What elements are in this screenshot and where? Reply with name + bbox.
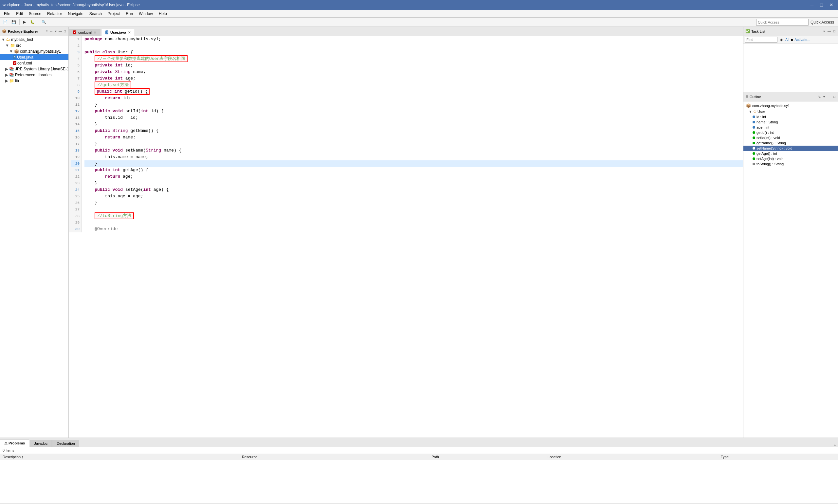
outline-item-setage[interactable]: setAge(int) : void — [743, 156, 838, 161]
code-line-24[interactable]: public void setAge(int age) { — [85, 186, 743, 193]
code-line-8[interactable]: //get,set方法 — [85, 82, 743, 88]
run-button[interactable]: ▶ — [21, 19, 28, 26]
code-line-23[interactable]: } — [85, 180, 743, 186]
code-line-15[interactable]: public String getName() { — [85, 128, 743, 134]
task-list-minimize-button[interactable]: — — [827, 29, 832, 33]
search-button[interactable]: 🔍 — [40, 19, 48, 26]
code-line-9[interactable]: public int getId() { — [85, 88, 743, 95]
tab-user-java[interactable]: J User.java ✕ — [101, 29, 135, 36]
menu-refactor[interactable]: Refactor — [44, 11, 65, 17]
link-editor-button[interactable]: ↔ — [49, 29, 54, 33]
tree-item-mybatis-test[interactable]: ▼ 🗂 mybatis_test — [0, 37, 68, 42]
code-line-30[interactable]: @Override — [85, 226, 743, 232]
code-line-19[interactable]: this.name = name; — [85, 154, 743, 160]
tab-conf-xml[interactable]: X conf.xml ✕ — [69, 29, 101, 36]
outline-maximize-button[interactable]: □ — [833, 94, 836, 99]
col-location[interactable]: Location — [545, 454, 718, 460]
quick-access-input[interactable] — [756, 19, 808, 25]
outline-item-getname[interactable]: getName() : String — [743, 140, 838, 146]
code-line-7[interactable]: private int age; — [85, 75, 743, 82]
tree-item-ref-libraries[interactable]: ▶ 📚 Referenced Libraries — [0, 72, 68, 78]
outline-item-name[interactable]: name : String — [743, 120, 838, 125]
outline-menu-button[interactable]: ▾ — [823, 94, 825, 99]
code-lines[interactable]: package com.zhang.mybatis.sy1; public cl… — [82, 36, 743, 232]
col-description[interactable]: Description ↕ — [0, 454, 239, 460]
col-type[interactable]: Type — [718, 454, 838, 460]
tab-close-icon[interactable]: ✕ — [94, 31, 96, 34]
tab-problems[interactable]: ⚠ Problems — [0, 439, 29, 447]
code-line-4[interactable]: //三个变量要和数据库建的User表字段名相同 — [85, 56, 743, 62]
task-list-maximize-button[interactable]: □ — [833, 29, 836, 33]
maximize-panel-button[interactable]: □ — [63, 29, 67, 33]
maximize-button[interactable]: □ — [818, 2, 825, 8]
code-line-12[interactable]: public void setId(int id) { — [85, 108, 743, 114]
tree-item-src[interactable]: ▼ 📁 src — [0, 42, 68, 49]
code-line-14[interactable]: } — [85, 121, 743, 128]
task-find-input[interactable] — [745, 37, 778, 42]
menu-run[interactable]: Run — [123, 11, 136, 17]
view-menu-button[interactable]: ▾ — [54, 29, 57, 33]
debug-button[interactable]: 🐛 — [29, 19, 36, 26]
tree-item-package[interactable]: ▼ 📦 com.zhang.mybatis.sy1 — [0, 49, 68, 54]
menu-window[interactable]: Window — [136, 11, 156, 17]
tab-declaration[interactable]: Declaration — [52, 440, 79, 447]
outline-item-id[interactable]: id : int — [743, 114, 838, 120]
problems-minimize-button[interactable]: — — [828, 443, 833, 447]
new-button[interactable]: 📄 — [1, 19, 9, 26]
menu-help[interactable]: Help — [156, 11, 170, 17]
task-activate-label[interactable]: Activate... — [795, 38, 810, 41]
code-line-16[interactable]: return name; — [85, 134, 743, 141]
outline-item-getid[interactable]: getId() : int — [743, 130, 838, 135]
task-all-label[interactable]: All — [785, 38, 789, 41]
code-line-20[interactable]: } — [85, 160, 743, 167]
code-line-26[interactable]: } — [85, 200, 743, 206]
tab-close-icon[interactable]: ✕ — [128, 31, 131, 34]
code-line-18[interactable]: public void setName(String name) { — [85, 147, 743, 154]
tree-item-conf-xml[interactable]: X conf.xml — [0, 60, 68, 66]
task-list-menu-button[interactable]: ▾ — [823, 29, 825, 33]
outline-minimize-button[interactable]: — — [827, 94, 832, 99]
problems-maximize-button[interactable]: □ — [834, 443, 837, 447]
minimize-button[interactable]: ─ — [808, 2, 816, 8]
code-line-13[interactable]: this.id = id; — [85, 114, 743, 121]
outline-item-package[interactable]: 📦 com.zhang.mybatis.sy1 — [743, 103, 838, 109]
menu-file[interactable]: File — [1, 11, 13, 17]
outline-item-user-class[interactable]: ▼ ◇ User — [743, 109, 838, 114]
menu-source[interactable]: Source — [26, 11, 44, 17]
tree-item-user-java[interactable]: J User.java — [0, 54, 68, 60]
code-line-3[interactable]: public class User { — [85, 49, 743, 56]
code-line-5[interactable]: private int id; — [85, 62, 743, 69]
menu-search[interactable]: Search — [87, 11, 104, 17]
outline-item-age[interactable]: age : int — [743, 125, 838, 130]
code-line-17[interactable]: } — [85, 141, 743, 147]
close-button[interactable]: ✕ — [827, 2, 835, 8]
col-path[interactable]: Path — [429, 454, 545, 460]
menu-project[interactable]: Project — [105, 11, 122, 17]
code-line-1[interactable]: package com.zhang.mybatis.sy1; — [85, 36, 743, 42]
code-line-25[interactable]: this.age = age; — [85, 193, 743, 200]
outline-item-getage[interactable]: getAge() : int — [743, 151, 838, 156]
code-line-27[interactable] — [85, 206, 743, 213]
code-line-11[interactable]: } — [85, 102, 743, 108]
tree-item-jre[interactable]: ▶ 📚 JRE System Library [JavaSE-1.8] — [0, 66, 68, 72]
outline-item-setid[interactable]: setId(int) : void — [743, 135, 838, 140]
code-line-28[interactable]: //toString方法 — [85, 213, 743, 219]
outline-item-setname[interactable]: setName(String) : void — [743, 146, 838, 151]
minimize-panel-button[interactable]: — — [58, 29, 63, 33]
menu-edit[interactable]: Edit — [14, 11, 25, 17]
code-line-6[interactable]: private String name; — [85, 69, 743, 75]
menu-navigate[interactable]: Navigate — [65, 11, 86, 17]
editor-content[interactable]: 1 2 3 4 5 6 7 8 9 10 11 12 13 14 15 16 1 — [69, 36, 743, 437]
outline-sort-button[interactable]: ⇅ — [817, 94, 821, 99]
tab-javadoc[interactable]: Javadoc — [30, 440, 52, 447]
col-resource[interactable]: Resource — [239, 454, 429, 460]
tree-item-lib[interactable]: ▶ 📁 lib — [0, 78, 68, 84]
code-line-10[interactable]: return id; — [85, 95, 743, 102]
collapse-all-button[interactable]: ≡ — [45, 29, 49, 33]
code-line-2[interactable] — [85, 42, 743, 49]
code-line-21[interactable]: public int getAge() { — [85, 167, 743, 174]
code-line-29[interactable] — [85, 219, 743, 226]
code-line-22[interactable]: return age; — [85, 174, 743, 180]
outline-item-tostring[interactable]: toString() : String — [743, 161, 838, 166]
save-button[interactable]: 💾 — [10, 19, 18, 26]
